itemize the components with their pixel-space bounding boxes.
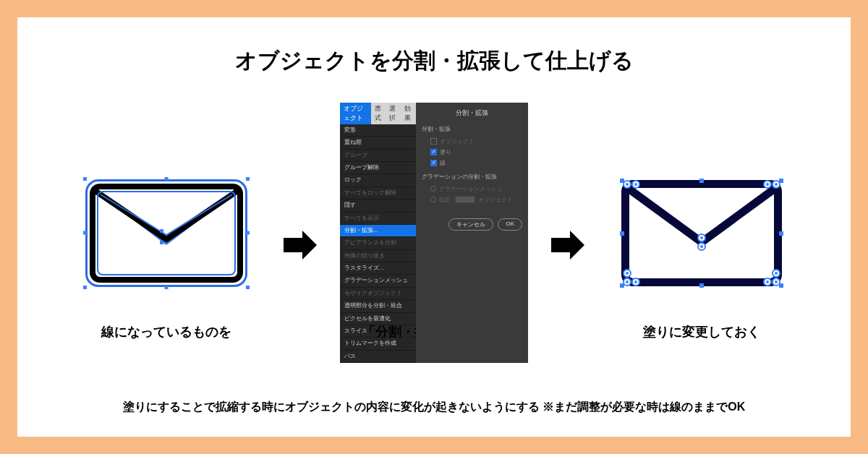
dialog-section: 分割・拡張 bbox=[422, 125, 522, 133]
menu-item-expand[interactable]: 分割・拡張... bbox=[340, 225, 416, 237]
step-1: 線になっているものを bbox=[65, 150, 268, 340]
envelope-stroke-graphic bbox=[65, 150, 268, 316]
arrow-right-icon bbox=[550, 162, 586, 328]
menu-item[interactable]: スライス bbox=[340, 325, 416, 338]
arrow-right-icon bbox=[282, 162, 318, 328]
dialog-section: グラデーションの分割・拡張 bbox=[422, 173, 522, 181]
menu-item[interactable]: ラスタライズ... bbox=[340, 262, 416, 275]
menu-tab-object[interactable]: オブジェクト bbox=[340, 103, 371, 124]
page-title: オブジェクトを分割・拡張して仕上げる bbox=[46, 46, 822, 76]
menu-tab-format[interactable]: 書式 bbox=[371, 103, 386, 124]
menu-item[interactable]: ピクセルを最適化 bbox=[340, 313, 416, 325]
step-1-caption: 線になっているものを bbox=[101, 323, 231, 340]
menu-tab-effect[interactable]: 効果 bbox=[401, 103, 416, 124]
menu-item[interactable]: 画像の切り抜き bbox=[340, 250, 416, 262]
menu-item[interactable]: グループ bbox=[340, 150, 416, 162]
option-gradient[interactable]: グラデーションメッシュ bbox=[422, 184, 522, 194]
option-fill[interactable]: ✓塗り bbox=[422, 147, 522, 158]
menu-item[interactable]: アピアランスを分割 bbox=[340, 237, 416, 249]
menu-item[interactable]: グループ解除 bbox=[340, 162, 416, 174]
envelope-fill-graphic bbox=[600, 150, 803, 316]
object-menu: オブジェクト 書式 選択 効果 変形 重ね順 グループ グループ解除 ロック す… bbox=[340, 103, 416, 363]
menu-item[interactable]: すべてを表示 bbox=[340, 213, 416, 225]
menu-item[interactable]: モザイクオブジェクト bbox=[340, 288, 416, 300]
menu-item[interactable]: すべてをロック解除 bbox=[340, 187, 416, 200]
dialog-title: 分割・拡張 bbox=[422, 108, 522, 118]
step-3: 塗りに変更しておく bbox=[600, 150, 803, 340]
menu-item[interactable]: 隠す bbox=[340, 200, 416, 212]
option-stroke[interactable]: ✓線 bbox=[422, 158, 522, 168]
menu-item[interactable]: トリムマークを作成 bbox=[340, 338, 416, 350]
option-specify[interactable]: 指定:オブジェクト bbox=[422, 194, 522, 205]
footer-note: 塗りにすることで拡縮する時にオブジェクトの内容に変化が起きないようにする ※まだ… bbox=[46, 400, 822, 415]
menu-item[interactable]: 透明部分を分割・統合 bbox=[340, 300, 416, 312]
step-3-caption: 塗りに変更しておく bbox=[643, 323, 760, 340]
option-object[interactable]: オブジェクト bbox=[422, 136, 522, 147]
tutorial-frame: オブジェクトを分割・拡張して仕上げる bbox=[0, 0, 868, 454]
menu-dialog-graphic: オブジェクト 書式 選択 効果 変形 重ね順 グループ グループ解除 ロック す… bbox=[333, 150, 535, 316]
ok-button[interactable]: OK bbox=[498, 218, 522, 231]
menu-item[interactable]: パス bbox=[340, 351, 416, 363]
expand-dialog: 分割・拡張 分割・拡張 オブジェクト ✓塗り ✓線 グラデーションの分割・拡張 … bbox=[416, 103, 528, 363]
step-2: オブジェクト 書式 選択 効果 変形 重ね順 グループ グループ解除 ロック す… bbox=[333, 150, 535, 340]
menu-tab-select[interactable]: 選択 bbox=[386, 103, 401, 124]
steps-row: 線になっているものを オブジェクト 書式 選択 効果 変形 bbox=[46, 105, 822, 385]
cancel-button[interactable]: キャンセル bbox=[448, 218, 493, 231]
menu-item[interactable]: 変形 bbox=[340, 124, 416, 137]
menu-item[interactable]: グラデーションメッシュ bbox=[340, 275, 416, 287]
menu-item[interactable]: 重ね順 bbox=[340, 137, 416, 149]
menu-item[interactable]: ロック bbox=[340, 174, 416, 187]
